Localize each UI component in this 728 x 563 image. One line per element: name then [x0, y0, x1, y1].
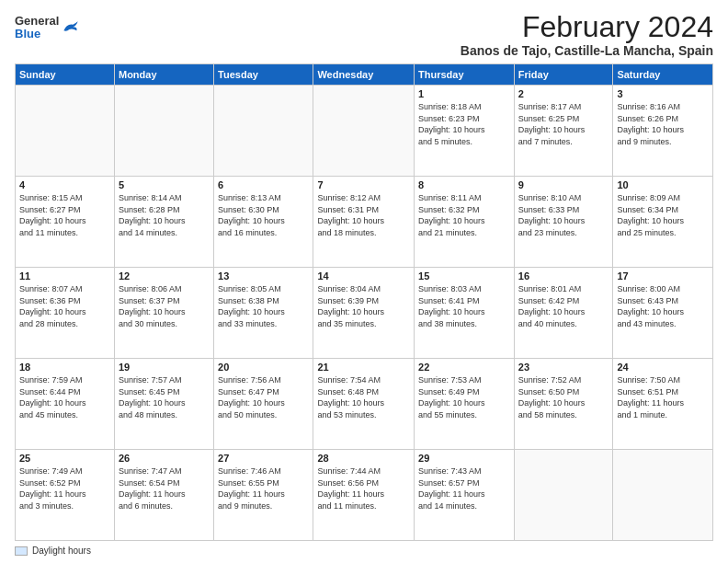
day-info: Sunrise: 8:00 AMSunset: 6:43 PMDaylight:… [617, 283, 709, 329]
day-number: 1 [418, 88, 510, 99]
day-info: Sunrise: 7:47 AMSunset: 6:54 PMDaylight:… [119, 465, 210, 511]
col-wednesday: Wednesday [313, 64, 415, 86]
table-row: 9Sunrise: 8:10 AMSunset: 6:33 PMDaylight… [514, 177, 613, 268]
table-row: 24Sunrise: 7:50 AMSunset: 6:51 PMDayligh… [613, 359, 713, 450]
day-info: Sunrise: 7:49 AMSunset: 6:52 PMDaylight:… [19, 465, 110, 511]
day-number: 9 [518, 179, 609, 190]
table-row: 21Sunrise: 7:54 AMSunset: 6:48 PMDayligh… [313, 359, 415, 450]
table-row: 15Sunrise: 8:03 AMSunset: 6:41 PMDayligh… [415, 268, 515, 359]
table-row [114, 86, 213, 177]
logo-general: General [15, 15, 59, 28]
calendar-week-row-1: 4Sunrise: 8:15 AMSunset: 6:27 PMDaylight… [16, 177, 713, 268]
day-number: 7 [317, 179, 410, 190]
table-row: 18Sunrise: 7:59 AMSunset: 6:44 PMDayligh… [16, 359, 115, 450]
day-info: Sunrise: 7:54 AMSunset: 6:48 PMDaylight:… [317, 374, 410, 420]
table-row [313, 86, 415, 177]
day-number: 18 [19, 362, 110, 373]
table-row: 5Sunrise: 8:14 AMSunset: 6:28 PMDaylight… [114, 177, 213, 268]
table-row: 1Sunrise: 8:18 AMSunset: 6:23 PMDaylight… [415, 86, 515, 177]
calendar-week-row-3: 18Sunrise: 7:59 AMSunset: 6:44 PMDayligh… [16, 359, 713, 450]
page: General Blue February 2024 Banos de Tajo… [0, 0, 728, 563]
day-info: Sunrise: 8:04 AMSunset: 6:39 PMDaylight:… [317, 283, 410, 329]
day-number: 13 [218, 270, 309, 282]
table-row: 19Sunrise: 7:57 AMSunset: 6:45 PMDayligh… [114, 359, 213, 450]
day-info: Sunrise: 8:01 AMSunset: 6:42 PMDaylight:… [518, 283, 609, 329]
day-info: Sunrise: 7:50 AMSunset: 6:51 PMDaylight:… [617, 374, 709, 420]
day-info: Sunrise: 8:11 AMSunset: 6:32 PMDaylight:… [418, 192, 510, 238]
day-info: Sunrise: 7:43 AMSunset: 6:57 PMDaylight:… [418, 465, 510, 511]
calendar-week-row-4: 25Sunrise: 7:49 AMSunset: 6:52 PMDayligh… [16, 450, 713, 541]
day-number: 4 [19, 179, 110, 190]
day-number: 17 [617, 270, 709, 282]
day-info: Sunrise: 8:06 AMSunset: 6:37 PMDaylight:… [119, 283, 210, 329]
table-row: 3Sunrise: 8:16 AMSunset: 6:26 PMDaylight… [613, 86, 713, 177]
col-friday: Friday [514, 64, 613, 86]
day-number: 29 [418, 453, 510, 464]
table-row [613, 450, 713, 541]
day-number: 19 [119, 362, 210, 373]
table-row: 2Sunrise: 8:17 AMSunset: 6:25 PMDaylight… [514, 86, 613, 177]
day-info: Sunrise: 8:09 AMSunset: 6:34 PMDaylight:… [617, 192, 709, 238]
day-info: Sunrise: 7:44 AMSunset: 6:56 PMDaylight:… [317, 465, 410, 511]
day-info: Sunrise: 8:17 AMSunset: 6:25 PMDaylight:… [518, 101, 609, 147]
day-info: Sunrise: 8:07 AMSunset: 6:36 PMDaylight:… [19, 283, 110, 329]
day-number: 16 [518, 270, 609, 282]
table-row: 8Sunrise: 8:11 AMSunset: 6:32 PMDaylight… [415, 177, 515, 268]
day-number: 15 [418, 270, 510, 282]
table-row: 28Sunrise: 7:44 AMSunset: 6:56 PMDayligh… [313, 450, 415, 541]
header: General Blue February 2024 Banos de Tajo… [15, 11, 713, 58]
table-row: 17Sunrise: 8:00 AMSunset: 6:43 PMDayligh… [613, 268, 713, 359]
day-number: 14 [317, 270, 410, 282]
day-info: Sunrise: 7:52 AMSunset: 6:50 PMDaylight:… [518, 374, 609, 420]
day-info: Sunrise: 7:46 AMSunset: 6:55 PMDaylight:… [218, 465, 309, 511]
day-number: 27 [218, 453, 309, 464]
day-number: 8 [418, 179, 510, 190]
bird-icon [61, 18, 79, 37]
day-number: 6 [218, 179, 309, 190]
table-row: 22Sunrise: 7:53 AMSunset: 6:49 PMDayligh… [415, 359, 515, 450]
day-number: 3 [617, 88, 709, 99]
day-info: Sunrise: 7:53 AMSunset: 6:49 PMDaylight:… [418, 374, 510, 420]
table-row: 14Sunrise: 8:04 AMSunset: 6:39 PMDayligh… [313, 268, 415, 359]
day-number: 23 [518, 362, 609, 373]
day-info: Sunrise: 8:05 AMSunset: 6:38 PMDaylight:… [218, 283, 309, 329]
table-row: 27Sunrise: 7:46 AMSunset: 6:55 PMDayligh… [214, 450, 313, 541]
calendar-week-row-2: 11Sunrise: 8:07 AMSunset: 6:36 PMDayligh… [16, 268, 713, 359]
logo-text: General Blue [15, 15, 59, 41]
main-title: February 2024 [461, 11, 713, 43]
col-thursday: Thursday [415, 64, 515, 86]
day-number: 10 [617, 179, 709, 190]
table-row [214, 86, 313, 177]
day-number: 22 [418, 362, 510, 373]
table-row: 20Sunrise: 7:56 AMSunset: 6:47 PMDayligh… [214, 359, 313, 450]
col-saturday: Saturday [613, 64, 713, 86]
subtitle: Banos de Tajo, Castille-La Mancha, Spain [461, 43, 713, 58]
legend: Daylight hours [15, 546, 713, 556]
legend-box [15, 546, 28, 556]
day-info: Sunrise: 8:12 AMSunset: 6:31 PMDaylight:… [317, 192, 410, 238]
day-info: Sunrise: 8:03 AMSunset: 6:41 PMDaylight:… [418, 283, 510, 329]
day-info: Sunrise: 8:10 AMSunset: 6:33 PMDaylight:… [518, 192, 609, 238]
table-row: 10Sunrise: 8:09 AMSunset: 6:34 PMDayligh… [613, 177, 713, 268]
calendar-header-row: Sunday Monday Tuesday Wednesday Thursday… [16, 64, 713, 86]
calendar-table: Sunday Monday Tuesday Wednesday Thursday… [15, 63, 713, 541]
day-info: Sunrise: 8:13 AMSunset: 6:30 PMDaylight:… [218, 192, 309, 238]
day-info: Sunrise: 7:57 AMSunset: 6:45 PMDaylight:… [119, 374, 210, 420]
calendar-week-row-0: 1Sunrise: 8:18 AMSunset: 6:23 PMDaylight… [16, 86, 713, 177]
table-row: 26Sunrise: 7:47 AMSunset: 6:54 PMDayligh… [114, 450, 213, 541]
col-sunday: Sunday [16, 64, 115, 86]
day-info: Sunrise: 8:16 AMSunset: 6:26 PMDaylight:… [617, 101, 709, 147]
col-monday: Monday [114, 64, 213, 86]
legend-label: Daylight hours [32, 546, 91, 556]
day-number: 28 [317, 453, 410, 464]
table-row: 11Sunrise: 8:07 AMSunset: 6:36 PMDayligh… [16, 268, 115, 359]
table-row: 12Sunrise: 8:06 AMSunset: 6:37 PMDayligh… [114, 268, 213, 359]
day-info: Sunrise: 7:59 AMSunset: 6:44 PMDaylight:… [19, 374, 110, 420]
day-number: 26 [119, 453, 210, 464]
day-number: 21 [317, 362, 410, 373]
day-number: 2 [518, 88, 609, 99]
day-info: Sunrise: 7:56 AMSunset: 6:47 PMDaylight:… [218, 374, 309, 420]
table-row: 4Sunrise: 8:15 AMSunset: 6:27 PMDaylight… [16, 177, 115, 268]
table-row: 7Sunrise: 8:12 AMSunset: 6:31 PMDaylight… [313, 177, 415, 268]
logo-blue: Blue [15, 28, 59, 40]
